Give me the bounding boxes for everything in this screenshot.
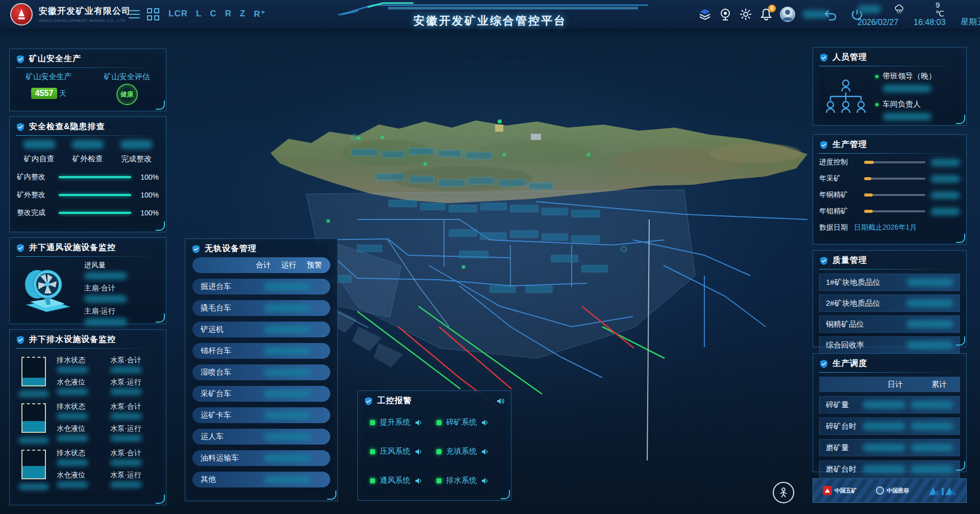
total-value-redacted xyxy=(911,401,953,409)
settings-gear-icon[interactable] xyxy=(739,8,752,21)
trackless-equipment-row[interactable]: 锚杆台车 xyxy=(192,343,330,359)
user-avatar[interactable] xyxy=(780,7,795,22)
drainage-group: 排水状态 水泵·合计 水仓液位 水泵·运行 xyxy=(10,399,166,446)
temperature: 9 ℃ xyxy=(936,1,949,18)
trackless-equipment-row[interactable]: 采矿台车 xyxy=(192,386,330,402)
header-nav-button[interactable]: Z xyxy=(240,9,246,19)
apps-grid-icon[interactable] xyxy=(147,8,159,20)
value-redacted xyxy=(57,459,88,466)
quality-row[interactable]: 2#矿块地质品位 xyxy=(819,295,960,312)
trackless-equipment-row[interactable]: 其他 xyxy=(192,472,330,487)
logo-mim xyxy=(928,485,957,496)
view-control-button[interactable] xyxy=(773,482,794,503)
counts-redacted xyxy=(264,304,311,312)
trackless-equipment-row[interactable]: 撬毛台车 xyxy=(192,300,330,316)
metric-value-redacted xyxy=(84,272,127,280)
value-redacted xyxy=(57,481,88,488)
quality-row[interactable]: 综合回收率 xyxy=(819,336,960,354)
date: 2026/02/27 xyxy=(857,18,898,27)
panel-title: 生产调度 xyxy=(832,358,867,369)
logo-enfi: 中国恩菲 xyxy=(876,486,909,495)
daily-value-redacted xyxy=(863,401,905,409)
trackless-equipment-row[interactable]: 铲运机 xyxy=(192,322,330,337)
daily-value-redacted xyxy=(863,422,905,430)
value-redacted xyxy=(930,191,960,199)
menu-icon[interactable] xyxy=(129,10,140,18)
personnel-item: 车间负责人 xyxy=(875,100,960,120)
header-nav-button[interactable]: C xyxy=(210,9,216,19)
production-progress-row: 进度控制 xyxy=(819,158,960,167)
water-tank-gauge xyxy=(21,450,46,479)
speaker-icon[interactable] xyxy=(415,448,423,455)
drainage-group: 排水状态 水泵·合计 水仓液位 水泵·运行 xyxy=(10,446,166,492)
column-label: 日计 xyxy=(888,380,903,389)
trackless-equipment-row[interactable]: 运矿卡车 xyxy=(192,407,330,423)
daily-value-redacted xyxy=(863,465,905,473)
header-nav-button[interactable]: LCR xyxy=(168,9,188,19)
mute-all-speaker-icon[interactable] xyxy=(497,398,505,405)
data-date-label: 数据日期 xyxy=(819,223,848,232)
alarm-system-item[interactable]: 排水系统 xyxy=(436,476,503,485)
trackless-equipment-row[interactable]: 掘进台车 xyxy=(192,279,330,295)
dispatch-row[interactable]: 碎矿台时 xyxy=(819,418,960,435)
dispatch-row[interactable]: 碎矿量 xyxy=(819,396,960,413)
panel-title: 工控报警 xyxy=(377,396,412,406)
enfi-globe-icon xyxy=(876,486,884,495)
status-ok-indicator xyxy=(436,478,442,483)
logo-minmetals: 中国五矿 xyxy=(823,486,857,495)
value-redacted xyxy=(110,413,142,420)
speaker-icon[interactable] xyxy=(481,477,489,484)
green-dot xyxy=(875,103,878,106)
water-tank-gauge xyxy=(21,403,46,433)
person-name-redacted xyxy=(883,85,932,92)
company-subtitle: ANHUI DEVELOPMENT MINING CO., LTD xyxy=(39,18,131,23)
counts-redacted xyxy=(264,476,311,483)
header-nav-button[interactable]: L xyxy=(196,9,202,19)
status-ok-indicator xyxy=(370,420,375,425)
panel-title: 矿山安全生产 xyxy=(29,54,81,64)
value-redacted xyxy=(906,299,953,307)
speaker-icon[interactable] xyxy=(481,419,489,426)
green-dot xyxy=(875,75,878,78)
header-nav-button[interactable]: R xyxy=(225,9,232,19)
trackless-equipment-row[interactable]: 运人车 xyxy=(192,429,330,445)
personnel-item: 带班领导（晚） xyxy=(875,71,960,92)
column-label: 预警 xyxy=(307,260,322,270)
panel-title: 无轨设备管理 xyxy=(205,243,257,254)
alarm-system-item[interactable]: 压风系统 xyxy=(370,447,436,456)
value-redacted xyxy=(930,159,960,166)
production-progress-row: 年铜精矿 xyxy=(819,190,960,200)
quality-row[interactable]: 1#矿块地质品位 xyxy=(819,274,960,291)
back-undo-icon[interactable] xyxy=(824,8,837,21)
value-redacted xyxy=(110,435,142,442)
camera-icon[interactable] xyxy=(719,8,732,21)
minmetals-icon xyxy=(823,486,832,495)
panel-title: 安全检查&隐患排查 xyxy=(29,121,105,132)
speaker-icon[interactable] xyxy=(481,448,489,455)
alarm-system-item[interactable]: 提升系统 xyxy=(370,418,436,427)
trackless-equipment-row[interactable]: 湿喷台车 xyxy=(192,364,330,380)
panel-title: 生产管理 xyxy=(832,139,867,150)
panel-trackless-equipment: 无轨设备管理 合计运行预警 掘进台车 撬毛台车 铲运机 xyxy=(185,238,338,501)
water-tank-gauge xyxy=(21,357,46,386)
notifications-bell-icon[interactable]: 0 xyxy=(760,8,773,21)
column-label: 合计 xyxy=(256,260,271,270)
data-date-value: 日期截止2026年1月 xyxy=(854,223,917,232)
dispatch-row[interactable]: 磨矿台时 xyxy=(819,460,960,478)
drainage-group: 排水状态 水泵·合计 水仓液位 水泵·运行 xyxy=(10,353,166,399)
speaker-icon[interactable] xyxy=(415,419,423,426)
header-nav-button[interactable]: R⁺ xyxy=(254,9,265,19)
alarm-system-item[interactable]: 碎矿系统 xyxy=(436,418,503,427)
alarm-system-item[interactable]: 充填系统 xyxy=(436,447,503,456)
alarm-system-item[interactable]: 通风系统 xyxy=(370,476,436,485)
layers-icon[interactable] xyxy=(698,8,712,21)
ventilation-metric: 进风量 xyxy=(84,261,161,280)
dispatch-row[interactable]: 磨矿量 xyxy=(819,439,960,456)
check-value-redacted xyxy=(23,140,56,149)
check-value-redacted xyxy=(71,140,104,149)
quality-row[interactable]: 铜精矿品位 xyxy=(819,315,960,333)
counts-redacted xyxy=(264,326,311,333)
trackless-equipment-row[interactable]: 油料运输车 xyxy=(192,450,330,466)
shield-icon xyxy=(819,359,828,369)
speaker-icon[interactable] xyxy=(415,477,423,484)
